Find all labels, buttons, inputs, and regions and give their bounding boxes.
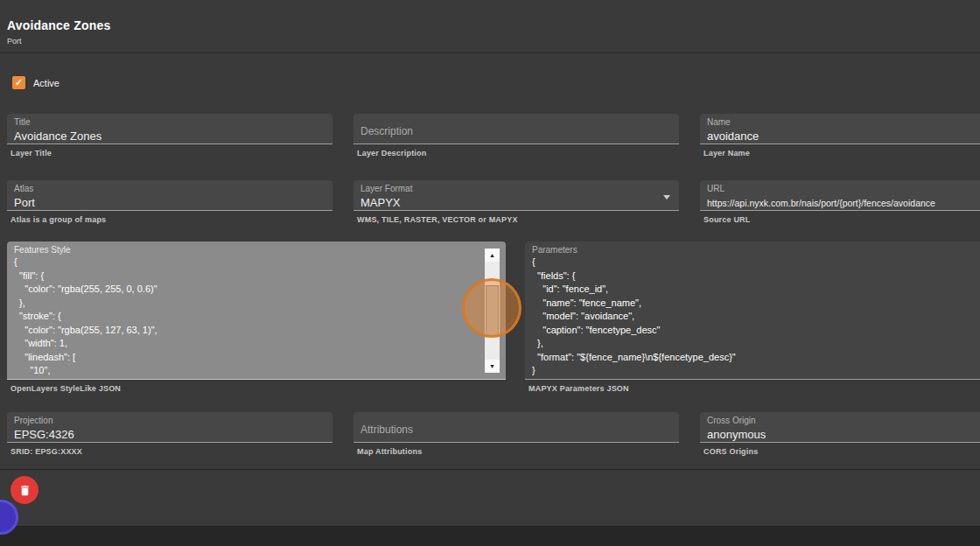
attributions-field: Attributions Map Attributions (354, 412, 679, 456)
features-style-hint: OpenLayers StyleLike JSON (10, 384, 506, 393)
description-label: Description (360, 117, 672, 137)
features-style-json[interactable]: { "fill": { "color": "rgba(255, 255, 0, … (14, 256, 499, 378)
features-style-textarea[interactable]: Features Style { "fill": { "color": "rgb… (7, 242, 506, 380)
footer-bar (0, 526, 980, 546)
parameters-textarea[interactable]: Parameters { "fields": { "id": "fence_id… (525, 242, 980, 380)
cross-origin-value: anonymous (707, 428, 980, 441)
url-label: URL (707, 184, 980, 193)
layer-format-hint: WMS, TILE, RASTER, VECTOR or MAPYX (357, 215, 679, 224)
layer-format-select[interactable]: Layer Format MAPYX (354, 180, 679, 211)
page-header: Avoidance Zones Port (7, 18, 110, 46)
features-style-field: Features Style { "fill": { "color": "rgb… (7, 242, 506, 393)
atlas-hint: Atlas is a group of maps (10, 215, 332, 224)
attributions-hint: Map Attributions (357, 447, 679, 456)
chevron-down-icon[interactable] (663, 195, 670, 200)
title-field: Title Avoidance Zones Layer Title (7, 114, 332, 158)
name-input[interactable]: Name avoidance (700, 114, 980, 144)
form-row-4: Projection EPSG:4326 SRID: EPSG:XXXX Att… (7, 412, 980, 456)
header-divider (0, 52, 980, 53)
scroll-up-icon[interactable]: ▲ (485, 248, 500, 262)
title-label: Title (14, 117, 326, 127)
layer-format-field: Layer Format MAPYX WMS, TILE, RASTER, VE… (354, 180, 679, 224)
active-checkbox-label: Active (33, 78, 60, 88)
atlas-field: Atlas Port Atlas is a group of maps (7, 180, 332, 224)
page-title: Avoidance Zones (7, 18, 110, 32)
url-input[interactable]: URL https://api.nyxk.com.br/nais/port/{p… (700, 180, 980, 211)
active-checkbox-row: ✓ Active (12, 76, 60, 89)
cross-origin-label: Cross Origin (707, 416, 980, 425)
cross-origin-field: Cross Origin anonymous CORS Origins (700, 412, 980, 456)
trash-icon (18, 484, 32, 497)
features-style-scrollbar[interactable]: ▲ ▼ (485, 248, 500, 373)
projection-field: Projection EPSG:4326 SRID: EPSG:XXXX (7, 412, 332, 456)
atlas-input[interactable]: Atlas Port (7, 180, 332, 211)
delete-button[interactable] (10, 476, 38, 504)
form-row-2: Atlas Port Atlas is a group of maps Laye… (7, 180, 980, 224)
url-hint: Source URL (704, 215, 980, 224)
page-subtitle: Port (7, 37, 110, 46)
attributions-label: Attributions (360, 416, 672, 436)
projection-hint: SRID: EPSG:XXXX (10, 447, 332, 456)
form-row-3: Features Style { "fill": { "color": "rgb… (7, 242, 980, 393)
check-icon: ✓ (15, 77, 23, 88)
url-field: URL https://api.nyxk.com.br/nais/port/{p… (700, 180, 980, 224)
parameters-hint: MAPYX Parameters JSON (528, 384, 980, 393)
cross-origin-hint: CORS Origins (704, 447, 980, 456)
scrollbar-thumb[interactable] (486, 285, 499, 336)
title-input[interactable]: Title Avoidance Zones (7, 114, 332, 144)
title-value: Avoidance Zones (14, 130, 326, 143)
parameters-json[interactable]: { "fields": { "id": "fence_id", "name": … (532, 256, 980, 378)
layer-format-label: Layer Format (360, 184, 672, 193)
footer-divider (0, 469, 980, 470)
scroll-down-icon[interactable]: ▼ (485, 360, 500, 373)
layer-edit-page: Avoidance Zones Port ✓ Active Title Avoi… (0, 0, 980, 546)
name-label: Name (707, 117, 980, 127)
title-hint: Layer Title (10, 149, 332, 158)
projection-label: Projection (14, 416, 326, 425)
name-hint: Layer Name (704, 149, 980, 158)
form-row-1: Title Avoidance Zones Layer Title Descri… (7, 114, 980, 158)
atlas-value: Port (14, 196, 326, 209)
parameters-label: Parameters (532, 245, 980, 255)
url-value: https://api.nyxk.com.br/nais/port/{port}… (707, 198, 980, 208)
parameters-field: Parameters { "fields": { "id": "fence_id… (525, 242, 980, 393)
features-style-label: Features Style (14, 245, 499, 255)
description-input[interactable]: Description (354, 114, 679, 144)
projection-input[interactable]: Projection EPSG:4326 (7, 412, 332, 443)
projection-value: EPSG:4326 (14, 428, 326, 441)
description-hint: Layer Description (357, 149, 679, 158)
name-field: Name avoidance Layer Name (700, 114, 980, 158)
active-checkbox[interactable]: ✓ (12, 76, 25, 89)
attributions-input[interactable]: Attributions (354, 412, 679, 443)
layer-format-value: MAPYX (360, 196, 672, 209)
cross-origin-input[interactable]: Cross Origin anonymous (700, 412, 980, 443)
description-field: Description Layer Description (354, 114, 679, 158)
atlas-label: Atlas (14, 184, 326, 193)
name-value: avoidance (707, 130, 980, 143)
